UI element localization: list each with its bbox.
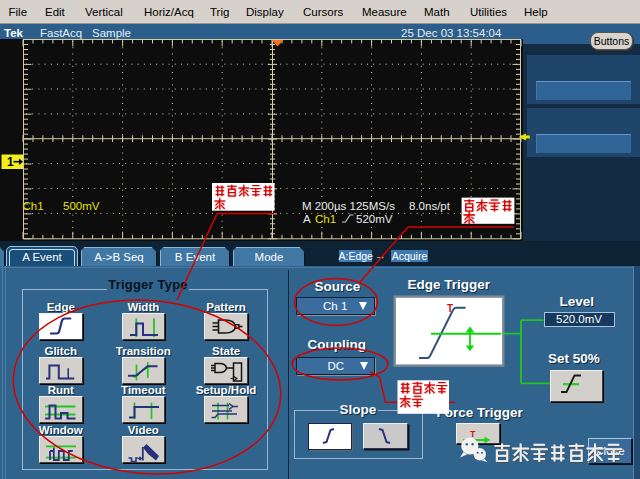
svg-text:T: T [470, 428, 476, 438]
svg-text:T: T [447, 303, 453, 314]
svg-text:500mV: 500mV [63, 200, 100, 212]
svg-text:A: A [303, 213, 311, 225]
svg-text:Ch1: Ch1 [23, 200, 44, 212]
svg-text:M 200µs 125MS/s: M 200µs 125MS/s [302, 200, 395, 212]
svg-text:520mV: 520mV [356, 213, 393, 225]
svg-text:Ch1: Ch1 [315, 213, 336, 225]
svg-text:1: 1 [7, 155, 14, 169]
svg-text:8.0ns/pt: 8.0ns/pt [409, 200, 451, 212]
